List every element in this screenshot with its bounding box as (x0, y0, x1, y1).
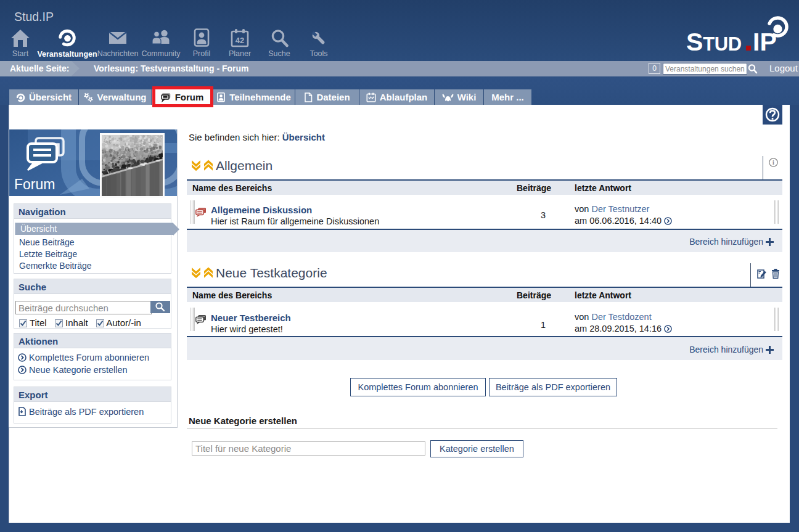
svg-text:42: 42 (236, 36, 244, 45)
svg-text:i: i (772, 159, 774, 166)
svg-text:IP: IP (753, 28, 777, 56)
svg-text:STUD: STUD (686, 28, 742, 56)
